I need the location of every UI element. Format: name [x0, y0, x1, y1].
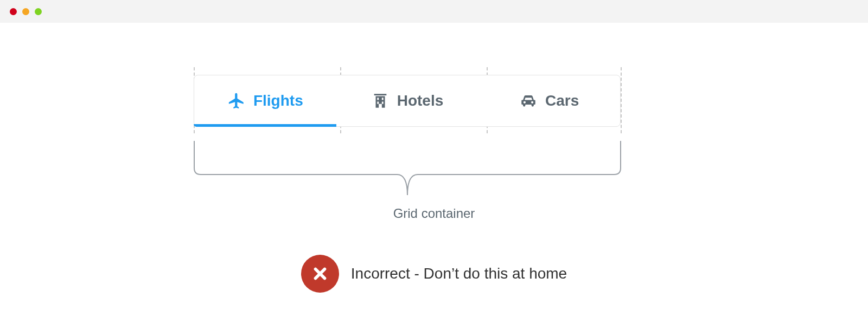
error-icon	[301, 255, 339, 293]
tabs: Flights Hotels Cars	[194, 75, 621, 127]
hotel-icon	[371, 92, 390, 110]
bracket-label: Grid container	[0, 206, 868, 221]
plane-icon	[227, 92, 246, 110]
tab-label: Flights	[253, 92, 303, 109]
error-row: Incorrect - Don’t do this at home	[0, 255, 868, 293]
tab-label: Cars	[545, 92, 579, 109]
tab-cars[interactable]: Cars	[478, 75, 620, 126]
traffic-light-close-icon[interactable]	[10, 8, 17, 15]
window-title-bar	[0, 0, 868, 23]
tab-flights[interactable]: Flights	[194, 75, 336, 126]
tab-label: Hotels	[397, 92, 444, 109]
tab-hotels[interactable]: Hotels	[336, 75, 478, 126]
car-icon	[519, 92, 538, 110]
error-text: Incorrect - Don’t do this at home	[351, 265, 567, 282]
traffic-light-minimize-icon[interactable]	[22, 8, 29, 15]
diagram-stage: Flights Hotels Cars Grid container Incor…	[0, 23, 868, 310]
bracket-annotation	[191, 141, 624, 206]
grid-guide-line	[621, 67, 622, 133]
traffic-light-zoom-icon[interactable]	[35, 8, 42, 15]
